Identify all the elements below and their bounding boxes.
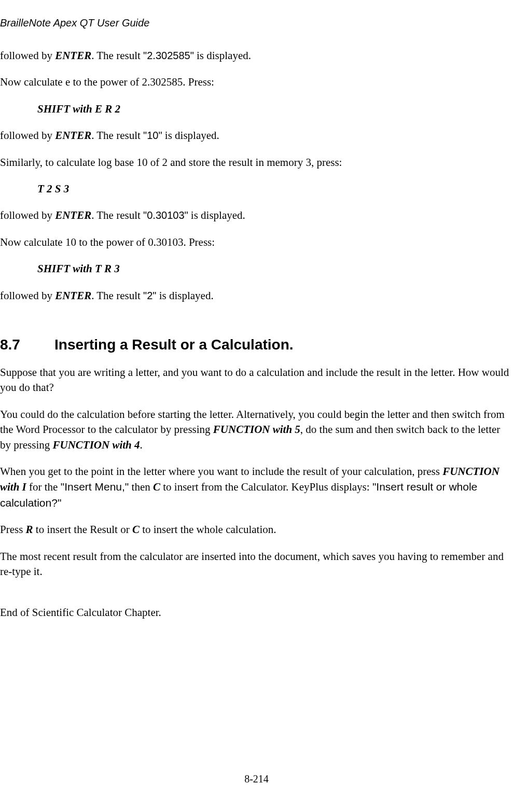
command: SHIFT with E R 2 xyxy=(0,102,513,117)
key-enter: ENTER xyxy=(55,209,91,221)
section-title: Inserting a Result or a Calculation. xyxy=(54,337,294,353)
text: followed by xyxy=(0,49,55,62)
text: . The result xyxy=(91,129,143,142)
text: to insert the whole calculation. xyxy=(140,523,276,536)
paragraph: followed by ENTER. The result "0.30103" … xyxy=(0,208,513,223)
text: When you get to the point in the letter … xyxy=(0,465,442,478)
text: is displayed. xyxy=(194,49,251,62)
paragraph: When you get to the point in the letter … xyxy=(0,464,513,511)
paragraph: followed by ENTER. The result "2.302585"… xyxy=(0,48,513,63)
result-value: "10" xyxy=(143,130,162,141)
menu-name: "Insert Menu," xyxy=(61,481,129,493)
result-value: "2.302585" xyxy=(143,50,194,61)
text: . xyxy=(140,439,143,451)
page-header: BrailleNote Apex QT User Guide xyxy=(0,16,513,30)
command: SHIFT with T R 3 xyxy=(0,261,513,276)
text: to insert from the Calculator. KeyPlus d… xyxy=(160,481,372,493)
command: T 2 S 3 xyxy=(0,181,513,197)
key: C xyxy=(153,481,160,493)
section-heading: 8.7Inserting a Result or a Calculation. xyxy=(0,334,513,355)
key-combo: FUNCTION with 4 xyxy=(53,439,140,451)
key: R xyxy=(26,523,33,536)
key-enter: ENTER xyxy=(55,129,91,142)
section-number: 8.7 xyxy=(0,334,54,355)
paragraph: Similarly, to calculate log base 10 of 2… xyxy=(0,155,513,170)
text: . The result xyxy=(91,289,143,302)
text: followed by xyxy=(0,289,55,302)
text: followed by xyxy=(0,129,55,142)
text: for the xyxy=(26,481,61,493)
paragraph: The most recent result from the calculat… xyxy=(0,549,513,580)
text: . The result xyxy=(91,209,143,221)
text: to insert the Result or xyxy=(33,523,132,536)
text: is displayed. xyxy=(156,289,213,302)
text: then xyxy=(129,481,153,493)
text: . The result xyxy=(91,49,143,62)
key-combo: FUNCTION with 5 xyxy=(213,423,300,436)
result-value: "0.30103" xyxy=(143,209,188,221)
paragraph: You could do the calculation before star… xyxy=(0,407,513,453)
text: is displayed. xyxy=(162,129,219,142)
paragraph: followed by ENTER. The result "10" is di… xyxy=(0,128,513,143)
key-enter: ENTER xyxy=(55,49,91,62)
result-value: "2" xyxy=(143,290,156,301)
paragraph: Now calculate 10 to the power of 0.30103… xyxy=(0,235,513,250)
paragraph: Now calculate e to the power of 2.302585… xyxy=(0,75,513,90)
paragraph: Press R to insert the Result or C to ins… xyxy=(0,522,513,537)
text: followed by xyxy=(0,209,55,221)
chapter-end: End of Scientific Calculator Chapter. xyxy=(0,605,513,620)
paragraph: followed by ENTER. The result "2" is dis… xyxy=(0,288,513,303)
text: is displayed. xyxy=(188,209,245,221)
key-enter: ENTER xyxy=(55,289,91,302)
page-number: 8-214 xyxy=(0,772,513,786)
paragraph: Suppose that you are writing a letter, a… xyxy=(0,365,513,396)
key: C xyxy=(132,523,140,536)
text: Press xyxy=(0,523,26,536)
